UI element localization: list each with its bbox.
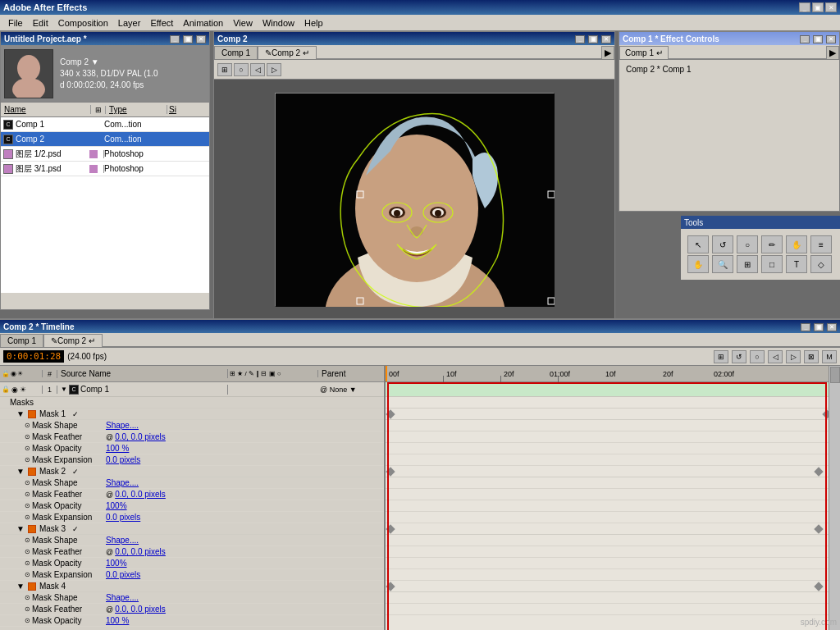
menu-composition[interactable]: Composition	[53, 16, 113, 30]
tl-btn-2[interactable]: ↺	[732, 350, 746, 363]
effect-minimize[interactable]: _	[800, 35, 810, 43]
menu-file[interactable]: File	[3, 16, 28, 30]
menu-layer[interactable]: Layer	[113, 16, 146, 30]
timeline-close[interactable]: ✕	[827, 323, 837, 331]
mask2-feather-value[interactable]: 0.0, 0.0 pixels	[115, 490, 166, 499]
tool-orbit[interactable]: ○	[737, 235, 758, 253]
comp2-minimize[interactable]: _	[575, 35, 585, 43]
layer-expand-icon[interactable]: ▼	[61, 386, 67, 393]
toolbar-btn-3[interactable]: ◁	[250, 63, 265, 76]
timeline-scrollbar-v[interactable]	[829, 366, 840, 630]
tool-eraser[interactable]: ≡	[810, 235, 832, 253]
timeline-restore[interactable]: ▣	[814, 323, 824, 331]
comp2-close[interactable]: ✕	[601, 35, 611, 43]
col-type-header[interactable]: Type	[106, 105, 167, 114]
mask1-check[interactable]: ✓	[72, 410, 79, 418]
effect-comp2-comp1[interactable]: Comp 2 * Comp 1	[623, 63, 836, 75]
timecode[interactable]: 0:00:01:28	[3, 350, 64, 363]
tool-shape[interactable]: ◇	[810, 255, 832, 273]
effect-close[interactable]: ✕	[826, 35, 836, 43]
timeline-tab-comp1[interactable]: Comp 1	[0, 334, 43, 347]
list-item[interactable]: C Comp 2 Com...tion	[1, 132, 209, 147]
mask4-opacity-value[interactable]: 100 %	[106, 616, 129, 625]
tl-btn-1[interactable]: ⊞	[714, 350, 728, 363]
list-item[interactable]: C Comp 1 Com...tion	[1, 117, 209, 132]
toolbar-btn-4[interactable]: ▷	[267, 63, 281, 76]
list-item[interactable]: 图层 3/1.psd Photoshop	[1, 162, 209, 176]
mask3-opacity-value[interactable]: 100%	[106, 559, 127, 568]
col-name-header[interactable]: Name	[1, 105, 91, 114]
tl-btn-4[interactable]: ◁	[768, 350, 783, 363]
tool-rotate[interactable]: ↺	[712, 235, 733, 253]
tool-zoom[interactable]: 🔍	[712, 255, 733, 273]
kf-right-diamond-m4[interactable]	[814, 582, 823, 591]
tab-comp2[interactable]: ✎Comp 2 ↵	[258, 46, 317, 59]
mask3-feather-value[interactable]: 0.0, 0.0 pixels	[115, 547, 166, 556]
mask1-expand-icon[interactable]: ▼	[16, 409, 25, 418]
mask2-opacity-value[interactable]: 100%	[106, 501, 127, 510]
effect-tab-comp1[interactable]: Comp 1 ↵	[619, 46, 669, 59]
mask4-shape-value[interactable]: Shape....	[106, 593, 139, 602]
mask4-feather-value[interactable]: 0.0, 0.0 pixels	[115, 605, 166, 614]
mask2-expansion-value[interactable]: 0.0 pixels	[106, 513, 140, 522]
kf-left-diamond-m3[interactable]	[386, 524, 395, 533]
timeline-header: 🔒 ◉ ☀ # Source Name ⊞ ★ / ✎ ‖ ⊟ ▣ ○ Pare…	[0, 366, 384, 382]
tool-hand[interactable]: ✋	[687, 255, 709, 273]
kf-left-diamond-m2[interactable]	[386, 467, 395, 476]
menu-help[interactable]: Help	[299, 16, 328, 30]
tl-btn-3[interactable]: ○	[750, 350, 765, 363]
menu-window[interactable]: Window	[258, 16, 299, 30]
mask1-feather-value[interactable]: 0.0, 0.0 pixels	[115, 432, 166, 441]
effect-tab-menu[interactable]: ▶	[826, 46, 839, 59]
mask1-expansion-value[interactable]: 0.0 pixels	[106, 455, 140, 464]
mask3-expand-icon[interactable]: ▼	[16, 524, 25, 533]
menu-edit[interactable]: Edit	[28, 16, 53, 30]
effect-restore[interactable]: ▣	[813, 35, 823, 43]
scrollbar-thumb-v[interactable]	[830, 367, 840, 383]
kf-left-diamond-m4[interactable]	[386, 582, 395, 591]
tool-select[interactable]: ↖	[687, 235, 709, 253]
minimize-button[interactable]: _	[799, 2, 810, 12]
close-button[interactable]: ✕	[825, 2, 837, 12]
mask4-expand-icon[interactable]: ▼	[16, 582, 25, 591]
tool-text[interactable]: T	[786, 255, 807, 273]
layer-lock-icon[interactable]: 🔒	[2, 386, 10, 393]
project-minimize[interactable]: _	[170, 35, 180, 43]
tool-clone[interactable]: ✋	[786, 235, 807, 253]
menu-view[interactable]: View	[228, 16, 258, 30]
mask1-opacity-value[interactable]: 100 %	[106, 444, 129, 453]
timeline-minimize[interactable]: _	[801, 323, 810, 331]
tl-btn-m[interactable]: M	[822, 350, 837, 363]
kf-right-diamond-m3[interactable]	[814, 524, 823, 533]
menu-animation[interactable]: Animation	[178, 16, 228, 30]
project-restore[interactable]: ▣	[183, 35, 193, 43]
toolbar-btn-1[interactable]: ⊞	[217, 63, 232, 76]
layer-solo-icon[interactable]: ☀	[20, 386, 26, 394]
list-item[interactable]: 图层 1/2.psd Photoshop	[1, 147, 209, 162]
restore-button[interactable]: ▣	[812, 2, 824, 12]
kf-left-diamond-m1[interactable]	[386, 409, 395, 418]
tool-rect[interactable]: □	[761, 255, 783, 273]
layer-eye-icon[interactable]: ◉	[11, 386, 18, 394]
tool-pen[interactable]: ✏	[761, 235, 783, 253]
mask3-expansion-value[interactable]: 0.0 pixels	[106, 570, 140, 579]
mask2-check[interactable]: ✓	[72, 468, 79, 476]
project-close[interactable]: ✕	[196, 35, 206, 43]
kf-right-diamond-m2[interactable]	[814, 467, 823, 476]
mask3-check[interactable]: ✓	[72, 525, 79, 533]
comp2-restore[interactable]: ▣	[588, 35, 598, 43]
tl-btn-6[interactable]: ⊠	[804, 350, 819, 363]
col-size-header[interactable]: Si	[167, 105, 192, 114]
parent-dropdown[interactable]: @ None ▼	[320, 386, 357, 394]
mask1-shape-value[interactable]: Shape....	[106, 421, 139, 430]
mask2-expand-icon[interactable]: ▼	[16, 467, 25, 476]
tab-menu-button[interactable]: ▶	[601, 46, 614, 59]
mask2-shape-value[interactable]: Shape....	[106, 478, 139, 487]
mask3-shape-value[interactable]: Shape....	[106, 536, 139, 545]
tab-comp1[interactable]: Comp 1	[214, 46, 258, 59]
tool-grid[interactable]: ⊞	[737, 255, 758, 273]
toolbar-btn-2[interactable]: ○	[234, 63, 249, 76]
tl-btn-5[interactable]: ▷	[786, 350, 801, 363]
timeline-tab-comp2[interactable]: ✎Comp 2 ↵	[43, 334, 103, 347]
menu-effect[interactable]: Effect	[145, 16, 178, 30]
